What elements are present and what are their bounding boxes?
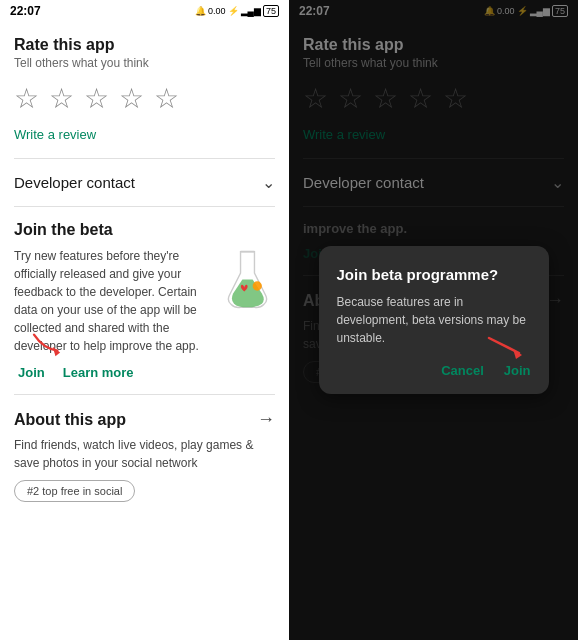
wifi-icon-left: ⚡	[228, 6, 239, 16]
learn-more-link-left[interactable]: Learn more	[63, 365, 134, 380]
rate-title-left: Rate this app	[14, 36, 275, 54]
battery-indicator-left: 0.00	[208, 6, 226, 16]
red-arrow-icon-left	[29, 330, 67, 358]
alarm-icon: 🔔	[195, 6, 206, 16]
about-desc-left: Find friends, watch live videos, play ga…	[14, 436, 275, 472]
star-2-left[interactable]: ☆	[49, 82, 74, 115]
svg-point-1	[253, 281, 262, 290]
about-section-left: About this app → Find friends, watch liv…	[0, 395, 289, 510]
left-content: Rate this app Tell others what you think…	[0, 22, 289, 640]
battery-icon-left: 75	[263, 5, 279, 17]
arrow-right-icon-left: →	[257, 409, 275, 430]
stars-row-left: ☆ ☆ ☆ ☆ ☆	[14, 82, 275, 115]
dev-contact-label-left: Developer contact	[14, 174, 135, 191]
star-4-left[interactable]: ☆	[119, 82, 144, 115]
star-5-left[interactable]: ☆	[154, 82, 179, 115]
dialog-red-arrow-icon	[479, 333, 529, 365]
beta-actions-left: Join Learn more	[14, 365, 275, 380]
svg-marker-2	[53, 347, 60, 356]
status-time-left: 22:07	[10, 4, 41, 18]
beta-title-left: Join the beta	[14, 221, 275, 239]
social-badge-left[interactable]: #2 top free in social	[14, 480, 135, 502]
dialog-cancel-button[interactable]: Cancel	[441, 363, 484, 378]
left-panel: 22:07 🔔 0.00 ⚡ ▂▄▆ 75 Rate this app Tell…	[0, 0, 289, 640]
beta-section-left: Join the beta Try new features before th…	[0, 207, 289, 390]
rate-subtitle-left: Tell others what you think	[14, 56, 275, 70]
signal-icon-left: ▂▄▆	[241, 6, 261, 16]
write-review-left[interactable]: Write a review	[14, 127, 96, 142]
chevron-down-icon-left: ⌄	[262, 173, 275, 192]
dialog-title: Join beta programme?	[337, 266, 531, 283]
rate-section-left: Rate this app Tell others what you think…	[0, 22, 289, 158]
status-bar-left: 22:07 🔔 0.00 ⚡ ▂▄▆ 75	[0, 0, 289, 22]
beta-dialog: Join beta programme? Because features ar…	[319, 246, 549, 394]
dialog-actions: Cancel Join	[337, 363, 531, 378]
star-3-left[interactable]: ☆	[84, 82, 109, 115]
dialog-join-button[interactable]: Join	[504, 363, 531, 378]
dev-contact-left[interactable]: Developer contact ⌄	[0, 159, 289, 206]
about-header-left[interactable]: About this app →	[14, 409, 275, 430]
status-icons-left: 🔔 0.00 ⚡ ▂▄▆ 75	[195, 5, 279, 17]
flask-icon-left	[220, 247, 275, 312]
about-title-left: About this app	[14, 411, 126, 429]
star-1-left[interactable]: ☆	[14, 82, 39, 115]
dialog-overlay: Join beta programme? Because features ar…	[289, 0, 578, 640]
join-link-left[interactable]: Join	[18, 365, 45, 380]
right-panel: 22:07 🔔 0.00 ⚡ ▂▄▆ 75 Rate this app Tell…	[289, 0, 578, 640]
svg-marker-3	[513, 349, 522, 359]
